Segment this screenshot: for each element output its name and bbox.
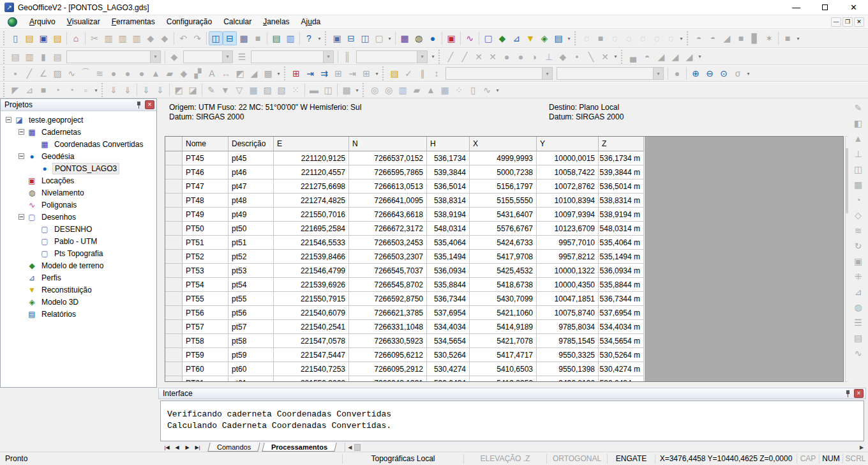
export-rows-icon[interactable]: ⇉ (317, 66, 331, 80)
dropdown-arrow-icon[interactable]: ▾ (316, 31, 323, 45)
column-header-x[interactable]: X (470, 137, 537, 151)
side-target-icon[interactable]: ◍ (851, 300, 865, 314)
side-stack-icon[interactable]: ▤ (851, 331, 865, 345)
tree-item-perfis[interactable]: ⊿Perfis (1, 271, 156, 284)
row-header-cell[interactable] (165, 208, 183, 222)
table-row-pt49[interactable]: PT49pt49221550,70167266643,6618538,91945… (165, 208, 645, 222)
tree-item-relat-rios[interactable]: ▤Relatórios (1, 308, 156, 320)
snap-tool-icon[interactable]: ✕ (472, 50, 486, 64)
notes-icon[interactable]: ▤ (387, 66, 401, 80)
close-button[interactable]: ✕ (839, 0, 868, 15)
tree-item-coordenadas-convertidas[interactable]: ▦Coordenadas Convertidas (1, 138, 156, 150)
lineweight-icon[interactable]: ║ (340, 50, 354, 64)
side-box-icon[interactable]: ▣ (851, 254, 865, 268)
nivelamento-icon[interactable]: ◍ (412, 31, 426, 45)
target-tool-icon[interactable]: ◎ (368, 83, 382, 97)
menu-item-visualizar[interactable]: Visualizar (61, 16, 106, 28)
row-header-cell[interactable] (165, 348, 183, 362)
dropdown-arrow-icon[interactable]: ▾ (354, 83, 361, 97)
mdi-close-button[interactable]: ✕ (854, 17, 864, 27)
table-row-pt51[interactable]: PT51pt51221546,55337266503,2453535,40645… (165, 236, 645, 250)
interface-horizontal-scrollbar[interactable]: ◀ ▶ (345, 443, 866, 452)
dropdown-arrow-icon[interactable]: ▾ (612, 50, 619, 64)
draw-circle-icon[interactable]: ● (107, 66, 121, 80)
hscroll-thumb[interactable] (354, 444, 361, 451)
inactive-view-icon[interactable]: ■ (251, 31, 265, 45)
tree-item-pablo-utm[interactable]: ▢Pablo - UTM (1, 235, 156, 247)
relatorios-icon[interactable]: ▤ (551, 31, 565, 45)
panel-close-button[interactable]: × (145, 100, 154, 109)
annotation-icon[interactable]: ◢ (720, 31, 734, 45)
zoom-tool-icon[interactable]: ◌ (664, 31, 678, 45)
combo-dropdown-icon[interactable]: ▾ (323, 51, 333, 63)
tile-horizontal-icon[interactable]: ⊟ (344, 31, 358, 45)
row-header-cell[interactable] (165, 278, 183, 292)
table-view-icon[interactable]: ▦ (237, 31, 251, 45)
fly-tool-icon[interactable]: ⊿ (22, 83, 36, 97)
tab-processamentos[interactable]: Processamentos (262, 443, 337, 452)
draw-point-icon[interactable]: ▪ (8, 66, 22, 80)
station-tool-icon[interactable]: ◓ (640, 50, 654, 64)
desenhos-icon[interactable]: ▢ (481, 31, 495, 45)
table-row-pt60[interactable]: PT60pt60221540,72537266095,2912530,42745… (165, 362, 645, 376)
side-list-icon[interactable]: ☰ (851, 316, 865, 330)
dropdown-arrow-icon[interactable]: ▾ (275, 66, 282, 80)
tree-item-reconstitui-o[interactable]: ▼Reconstituição (1, 284, 156, 296)
table-row-pt56[interactable]: PT56pt56221540,60797266621,3785537,69545… (165, 306, 645, 320)
mdi-restore-button[interactable]: ❐ (842, 17, 853, 27)
toolbar-combobox[interactable]: ▾ (557, 67, 664, 80)
pen-tool-icon[interactable]: ✎ (204, 83, 218, 97)
side-fill-icon[interactable]: ▲ (851, 132, 865, 146)
hscroll-right-icon[interactable]: ▶ (857, 445, 866, 450)
draw-diamond-icon[interactable]: ◆ (177, 66, 191, 80)
row-header-cell[interactable] (165, 179, 183, 194)
snap-tool-icon[interactable]: ✕ (598, 50, 612, 64)
tree-item-geod-sia[interactable]: ●Geodésia (1, 150, 156, 162)
pin-icon[interactable] (843, 389, 852, 398)
station-tool-icon[interactable]: ◢ (668, 50, 682, 64)
combo-dropdown-icon[interactable]: ▾ (542, 68, 552, 79)
table-row-pt50[interactable]: PT50pt50221695,25847266672,3172548,03145… (165, 222, 645, 236)
format-brush-icon[interactable]: ◆ (158, 31, 172, 45)
combo-dropdown-icon[interactable]: ▾ (653, 68, 663, 79)
draw-parallel-icon[interactable]: ▨ (50, 66, 64, 80)
side-circle-icon[interactable]: ◔ (851, 193, 865, 207)
style-tool-icon[interactable]: ◆ (167, 50, 181, 64)
pan-icon[interactable]: ● (670, 66, 684, 80)
menu-item-calcular[interactable]: Calcular (218, 16, 257, 28)
hatch-icon[interactable]: ▨ (260, 83, 274, 97)
z-window-icon[interactable]: ◪ (186, 83, 200, 97)
shp-import-icon[interactable]: ⇓ (107, 83, 121, 97)
poligonais-icon[interactable]: ∿ (463, 31, 477, 45)
dropdown-arrow-icon[interactable]: ▾ (565, 31, 572, 45)
menu-item-arquivo[interactable]: Arquivo (24, 16, 61, 28)
text-style-icon[interactable]: ☰ (235, 50, 249, 64)
table-row-pt52[interactable]: PT52pt52221539,84667266503,2307535,14945… (165, 250, 645, 264)
draw-image-icon[interactable]: ◩ (233, 66, 247, 80)
draw-polygon-icon[interactable]: ▲ (149, 66, 163, 80)
row-header-cell[interactable] (165, 292, 183, 306)
tree-expander-icon[interactable] (19, 153, 24, 159)
tab-nav-icon-1[interactable]: ◀ (172, 445, 182, 450)
fly-tool-icon[interactable]: ■ (36, 83, 50, 97)
sort-updown-icon[interactable]: ↕ (430, 66, 444, 80)
check-123-icon[interactable]: ✓ (401, 66, 415, 80)
station-tool-icon[interactable]: ◢ (654, 50, 668, 64)
column-header-z[interactable]: Z (599, 137, 644, 151)
draw-line-icon[interactable]: ╱ (22, 66, 36, 80)
menu-item-configuracao[interactable]: Configuração (161, 16, 218, 28)
draw-text-icon[interactable]: A (205, 66, 219, 80)
snap-tool-icon[interactable]: ⊥ (542, 50, 556, 64)
dropdown-arrow-icon[interactable]: ▾ (386, 31, 393, 45)
sigma-xy-icon[interactable]: σ (731, 66, 745, 80)
menu-item-janelas[interactable]: Janelas (257, 16, 295, 28)
annotation-icon[interactable]: ✶ (762, 31, 776, 45)
tree-item-poligonais[interactable]: ∿Poligonais (1, 199, 156, 211)
snap-tool-icon[interactable]: ● (500, 50, 514, 64)
region-icon[interactable]: ▬ (307, 83, 321, 97)
zoom-tool-icon[interactable]: ◌ (580, 31, 594, 45)
menu-item-ajuda[interactable]: Ajuda (296, 16, 327, 28)
target-tool-icon[interactable]: ▥ (396, 83, 410, 97)
person-tool-icon[interactable]: ▲ (424, 83, 438, 97)
dropdown-arrow-icon[interactable]: ▾ (795, 31, 802, 45)
